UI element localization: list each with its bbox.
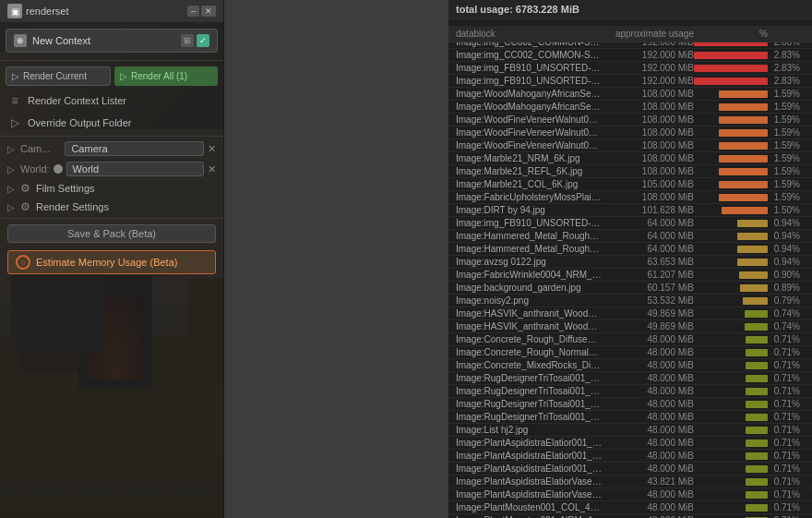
table-row: Image:FabricUpholsteryMossPlainWeave001_… [448, 191, 812, 204]
row-bar [694, 65, 768, 72]
row-name: Image:noisy2.png [456, 295, 602, 306]
cam-close-button[interactable]: ✕ [208, 143, 216, 155]
row-name: Image:PlantAspidistraElatiorVase001_NRM_… [456, 489, 602, 500]
row-name: Image:RugDesignerTriTosai001_REFL_4K.jpg [456, 399, 602, 409]
render-settings-row[interactable]: ▷ ⚙ Render Settings [0, 198, 223, 216]
row-pct: 1.59% [768, 179, 800, 189]
table-row: Image:Concrete_MixedRocks_Diffuse_mqt_40… [448, 359, 812, 372]
row-bar-container [694, 284, 768, 292]
world-value[interactable]: World [66, 162, 204, 176]
row-pct: 0.71% [768, 451, 800, 461]
row-bar-container [694, 52, 768, 59]
row-pct: 0.71% [768, 425, 800, 435]
row-name: Image:RugDesignerTriTosai001_NRM_4K.png [456, 386, 602, 396]
table-row: Image:PlantAspidistraElatior001_COL_4K_M… [448, 437, 812, 450]
new-context-button[interactable]: ⊕ New Context ⊞ ✓ [6, 29, 218, 53]
row-bar [719, 142, 768, 150]
col-datablock: datablock [456, 29, 602, 39]
table-row: Image:RugDesignerTriTosai001_NRM_4K.png4… [448, 385, 812, 398]
render-all-button[interactable]: ▷ Render All (1) [114, 66, 218, 86]
row-pct: 1.50% [768, 205, 800, 215]
world-dot-icon [54, 164, 63, 174]
row-name: Image:Hammered_Metal_Roughness.jpg [456, 231, 602, 241]
row-name: Image:Marble21_REFL_6K.jpg [456, 166, 602, 176]
row-size: 105.000 MiB [602, 179, 694, 189]
render-current-button[interactable]: ▷ Render Current [6, 66, 111, 86]
row-bar [746, 414, 768, 421]
table-row: Image:img_FB910_UNSORTED-Rag-Recycled_Di… [448, 75, 812, 88]
data-panel: total usage: 6783.228 MiB datablock appr… [448, 0, 812, 518]
table-row: Image:noisy2.png53.532 MiB0.79% [448, 295, 812, 307]
sidebar-title: renderset [26, 6, 184, 17]
render-settings-label: Render Settings [36, 201, 109, 212]
table-row: Image:Marble21_REFL_6K.jpg108.000 MiB1.5… [448, 165, 812, 178]
row-size: 49.869 MiB [602, 321, 694, 331]
row-bar-container [694, 220, 768, 227]
row-size: 108.000 MiB [602, 153, 694, 163]
world-row: ▷ World: World ✕ [0, 159, 223, 179]
row-name: Image:Concrete_Rough_Diffuse_mqt_4096.pn… [456, 334, 602, 344]
table-row: Image:PlantAspidistraElatiorVase001_NRM_… [448, 488, 812, 501]
save-pack-label: Save & Pack (Beta) [67, 228, 156, 239]
row-pct: 0.71% [768, 438, 800, 448]
row-bar [719, 181, 768, 188]
table-row: Image:PlantAspidistraElatior001_NRM_4K_M… [448, 450, 812, 463]
film-settings-row[interactable]: ▷ ⚙ Film Settings [0, 179, 223, 198]
table-row: Image:RugDesignerTriTosai001_COL_4K.jpg4… [448, 411, 812, 424]
row-pct: 1.59% [768, 127, 800, 138]
row-name: Image:Hammered_Metal_Roughness.png:001 [456, 244, 602, 254]
render-current-label: Render Current [23, 71, 87, 81]
cam-value[interactable]: Camera [65, 141, 204, 156]
row-bar-container [694, 259, 768, 266]
row-bar [722, 207, 768, 214]
table-row: Image:PlantMousten001_COL_4K_METALNESS.j… [448, 501, 812, 514]
row-pct: 0.71% [768, 347, 800, 357]
row-bar-container [694, 116, 768, 124]
override-output-item[interactable]: ▷ Override Output Folder [0, 112, 223, 134]
sidebar-close-button[interactable]: ✕ [201, 6, 216, 17]
row-pct: 0.71% [768, 412, 800, 422]
row-size: 108.000 MiB [602, 140, 694, 151]
estimate-memory-button[interactable]: ○ Estimate Memory Usage (Beta) [7, 250, 216, 274]
row-size: 64.000 MiB [602, 218, 694, 228]
row-bar [743, 297, 768, 305]
row-bar [746, 478, 768, 486]
row-pct: 1.59% [768, 192, 800, 202]
save-pack-button[interactable]: Save & Pack (Beta) [7, 224, 216, 243]
table-row: Image:WoodFineVeneerWalnut002_NRM_6K.jpg… [448, 126, 812, 139]
new-context-confirm-icon: ✓ [197, 34, 209, 47]
row-bar-container [694, 246, 768, 253]
row-size: 192.000 MiB [602, 76, 694, 86]
world-close-button[interactable]: ✕ [208, 163, 216, 175]
row-size: 48.000 MiB [602, 412, 694, 422]
row-bar-container [694, 401, 768, 408]
sidebar-panel: ▣ renderset – ✕ ⊕ New Context ⊞ ✓ ▷ Rend… [0, 0, 224, 518]
data-rows-container: Image:img_CC002_COMMON-Smooth-Poured_Nor… [448, 36, 812, 518]
row-bar [746, 362, 768, 369]
table-row: Image:FabricWrinkle0004_NRM_6K.jpg61.207… [448, 269, 812, 282]
row-name: Image:FabricWrinkle0004_NRM_6K.jpg [456, 270, 602, 280]
row-bar-container [694, 168, 768, 175]
sidebar-actions: – ✕ [187, 6, 216, 17]
row-pct: 0.94% [768, 218, 800, 228]
row-pct: 0.71% [768, 334, 800, 344]
row-pct: 0.71% [768, 373, 800, 383]
row-pct: 1.59% [768, 166, 800, 176]
row-size: 48.000 MiB [602, 399, 694, 409]
sidebar-minimize-button[interactable]: – [187, 6, 199, 17]
table-row: Image:PlantAspidistraElatiorVase001_COL_… [448, 476, 812, 488]
row-bar-container [694, 465, 768, 473]
row-size: 48.000 MiB [602, 438, 694, 448]
row-bar [737, 233, 768, 240]
cam-label: Cam... [20, 143, 50, 154]
render-context-lister-item[interactable]: ≡ Render Context Lister [0, 90, 223, 112]
row-size: 48.000 MiB [602, 347, 694, 357]
row-bar-container [694, 504, 768, 512]
estimate-icon: ○ [16, 255, 30, 270]
cam-arrow: ▷ [7, 144, 15, 154]
row-name: Image:WoodFineVeneerWalnut002_REFL_6K.jp… [456, 140, 602, 151]
row-bar [740, 284, 768, 292]
row-size: 64.000 MiB [602, 244, 694, 254]
row-bar [719, 129, 768, 137]
rs-arrow: ▷ [7, 202, 15, 212]
